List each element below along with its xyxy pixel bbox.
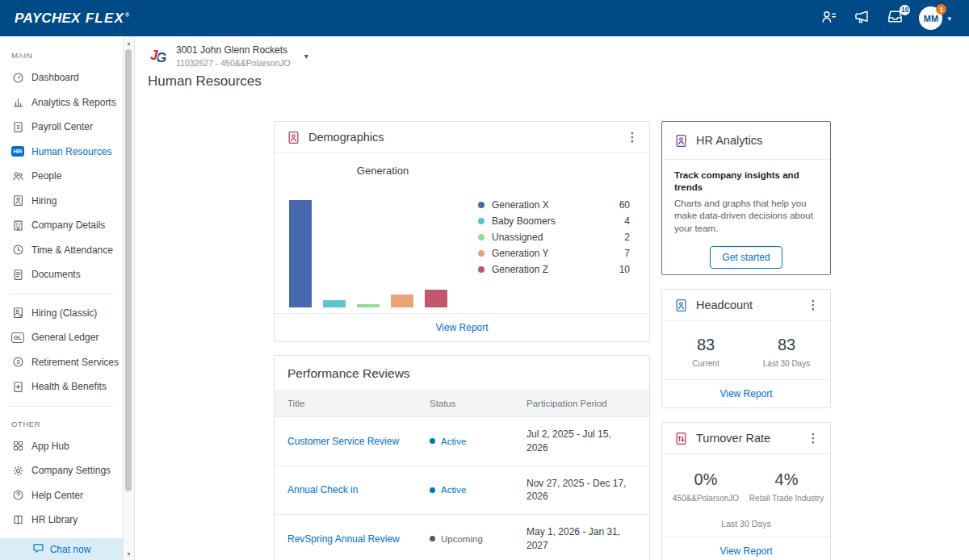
caret-down-icon: ▾ [947,15,951,23]
legend-label: Generation Z [492,264,548,275]
hiring-classic-icon [11,307,24,320]
sidebar-item-health-benefits[interactable]: Health & Benefits [0,374,123,399]
chart-title: Generation [287,165,478,177]
sidebar-item-help-center[interactable]: Help Center [0,483,123,508]
sidebar-item-label: Analytics & Reports [31,97,116,108]
sidebar-item-hiring-classic[interactable]: Hiring (Classic) [0,301,123,326]
legend-value: 4 [624,215,630,227]
status-dot [430,438,435,444]
sidebar-item-analytics-reports[interactable]: Analytics & Reports [0,90,123,115]
review-participation-period: Nov 27, 2025 - Dec 17, 2026 [526,477,649,504]
demographics-footer: View Report [275,313,649,341]
sidebar-item-general-ledger[interactable]: GLGeneral Ledger [0,325,123,350]
sidebar-item-company-settings[interactable]: Company Settings [0,458,123,483]
chat-now-button[interactable]: Chat now [0,538,123,560]
kebab-menu-icon[interactable]: ⋮ [804,298,822,312]
review-participation-period: May 1, 2026 - Jan 31, 2027 [526,525,649,553]
company-icon [11,219,24,232]
health-icon [11,380,24,393]
sidebar-item-label: Human Resources [31,146,111,157]
stat-label: Last 30 Days [746,359,827,368]
contacts-icon[interactable] [820,10,837,27]
vertical-scrollbar[interactable]: ▲ ▼ [123,36,135,560]
legend-dot [478,250,484,257]
analytics-icon [11,96,24,109]
column-participation-period: Participation Period [526,399,649,408]
status-text: Upcoming [441,534,483,544]
sidebar-item-time-attendance[interactable]: Time & Attendance [0,238,123,263]
documents-icon [11,268,24,281]
sidebar-item-documents[interactable]: Documents [0,262,123,287]
sidebar-item-people[interactable]: People [0,164,123,189]
sidebar-item-hr-library[interactable]: HR Library [0,508,123,533]
demographics-chart: Generation Generation X60Baby Boomers4Un… [275,153,649,313]
stat-label: 450&&PolarsonJO [665,494,746,503]
sidebar-item-label: App Hub [31,441,69,452]
sidebar-item-dashboard[interactable]: Dashboard [0,65,123,90]
registered-mark: ® [125,12,130,18]
legend-value: 2 [624,232,630,243]
sidebar-item-label: People [31,170,61,182]
review-title-link[interactable]: RevSpring Annual Review [287,533,400,545]
company-selector[interactable]: J G 3001 John Glenn Rockets 11032627 - 4… [148,44,308,68]
kebab-menu-icon[interactable]: ⋮ [804,431,822,445]
user-menu-button[interactable]: MM 1 ▾ [919,6,951,30]
view-report-link[interactable]: View Report [435,322,488,333]
avatar-badge: 1 [936,4,946,15]
stat-label: Current [665,359,746,368]
sidebar-item-payroll-center[interactable]: $Payroll Center [0,115,123,140]
company-meta: 3001 John Glenn Rockets 11032627 - 450&&… [176,44,291,68]
retirement-icon: $ [11,356,24,369]
topbar: PAYCHEX FLEX® 10 MM 1 ▾ [0,0,969,36]
review-status: Active [430,437,526,446]
sidebar-item-label: Time & Attendance [31,244,113,256]
review-row-customer-service-review: Customer Service ReviewActiveJul 2, 2025… [275,417,649,466]
review-status: Active [430,485,526,495]
inbox-icon[interactable]: 10 [886,10,904,27]
company-logo: J G [148,46,169,67]
apphub-icon [11,440,24,453]
get-started-button[interactable]: Get started [710,246,782,269]
review-title-link[interactable]: Annual Check in [287,484,358,495]
time-icon [11,244,24,257]
main-area: J G 3001 John Glenn Rockets 11032627 - 4… [135,36,969,560]
svg-text:$: $ [16,123,20,131]
page-title: Human Resources [148,73,262,90]
headcount-last-30-days: 83 Last 30 Days [746,336,827,368]
sidebar-item-human-resources[interactable]: HRHuman Resources [0,140,123,165]
review-title-link[interactable]: Customer Service Review [287,436,399,447]
column-status: Status [430,399,526,408]
sidebar-item-company-details[interactable]: Company Details [0,213,123,238]
review-participation-period: Jul 2, 2025 - Jul 15, 2026 [526,428,649,455]
dashboard-content: Demographics ⋮ Generation Generation X60… [135,106,969,560]
kebab-menu-icon[interactable]: ⋮ [623,130,641,144]
sidebar-item-label: Help Center [31,490,83,501]
inbox-badge: 10 [900,5,910,15]
view-report-link[interactable]: View Report [719,545,772,557]
sidebar-section-main: MAIN [0,44,123,65]
bar-baby-boomers [323,300,346,307]
stat-value: 83 [746,336,827,354]
sidebar-item-app-hub[interactable]: App Hub [0,434,123,459]
payroll-icon: $ [11,120,24,133]
sidebar-item-retirement-services[interactable]: $Retirement Services [0,350,123,375]
stat-value: 4% [746,470,827,489]
sidebar-item-hiring[interactable]: Hiring [0,189,123,214]
headcount-icon [674,299,688,312]
scroll-up-arrow[interactable]: ▲ [124,37,134,48]
turnover-title: Turnover Rate [696,432,770,445]
turnover-company: 0% 450&&PolarsonJO [665,470,746,503]
bar-generation-z [425,290,447,307]
review-row-revspring-annual-review: RevSpring Annual ReviewUpcomingMay 1, 20… [275,515,649,560]
scrollbar-thumb[interactable] [125,49,132,491]
status-dot [430,487,435,493]
column-title: Title [275,399,430,408]
sidebar-item-label: Hiring [31,195,57,207]
sidebar-section-other: OTHER [0,413,123,434]
scroll-down-arrow[interactable]: ▼ [124,548,134,559]
announcements-icon[interactable] [853,10,870,27]
avatar: MM 1 [919,6,942,30]
performance-reviews-title: Performance Reviews [275,356,649,390]
bar-generation-x [289,200,312,307]
view-report-link[interactable]: View Report [719,388,772,399]
